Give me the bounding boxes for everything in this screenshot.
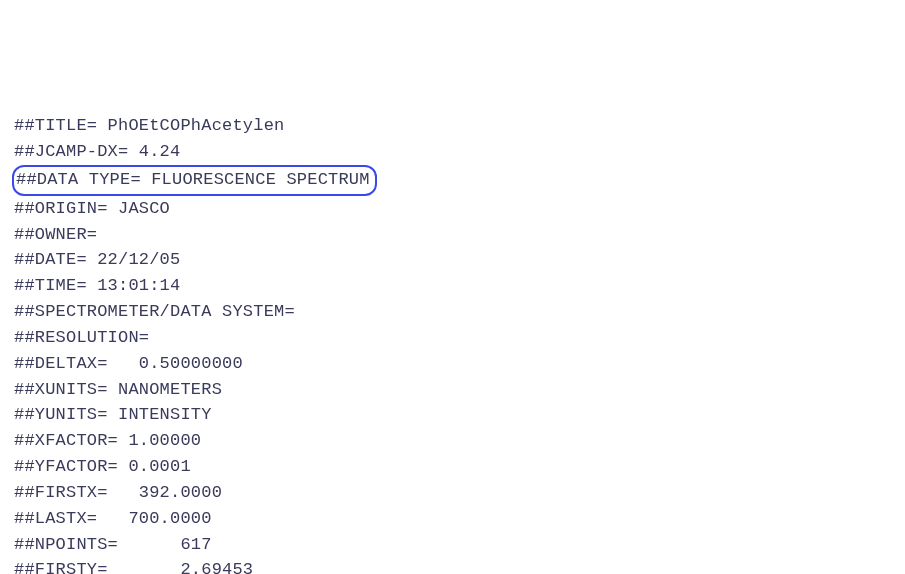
jcamp-firsty-line: ##FIRSTY= 2.69453 [14, 557, 891, 574]
data-type-highlight: ##DATA TYPE= FLUORESCENCE SPECTRUM [12, 165, 377, 196]
jcamp-origin-line: ##ORIGIN= JASCO [14, 196, 891, 222]
jcamp-title-line: ##TITLE= PhOEtCOPhAcetylen [14, 113, 891, 139]
jcamp-firstx-line: ##FIRSTX= 392.0000 [14, 480, 891, 506]
jcamp-lastx-line: ##LASTX= 700.0000 [14, 506, 891, 532]
jcamp-version-line: ##JCAMP-DX= 4.24 [14, 139, 891, 165]
jcamp-data-type-line: ##DATA TYPE= FLUORESCENCE SPECTRUM [14, 165, 891, 196]
jcamp-npoints-line: ##NPOINTS= 617 [14, 532, 891, 558]
jcamp-date-line: ##DATE= 22/12/05 [14, 247, 891, 273]
jcamp-xunits-line: ##XUNITS= NANOMETERS [14, 377, 891, 403]
jcamp-resolution-line: ##RESOLUTION= [14, 325, 891, 351]
jcamp-yfactor-line: ##YFACTOR= 0.0001 [14, 454, 891, 480]
jcamp-deltax-line: ##DELTAX= 0.50000000 [14, 351, 891, 377]
jcamp-time-line: ##TIME= 13:01:14 [14, 273, 891, 299]
jcamp-spectrometer-line: ##SPECTROMETER/DATA SYSTEM= [14, 299, 891, 325]
jcamp-xfactor-line: ##XFACTOR= 1.00000 [14, 428, 891, 454]
jcamp-yunits-line: ##YUNITS= INTENSITY [14, 402, 891, 428]
jcamp-owner-line: ##OWNER= [14, 222, 891, 248]
